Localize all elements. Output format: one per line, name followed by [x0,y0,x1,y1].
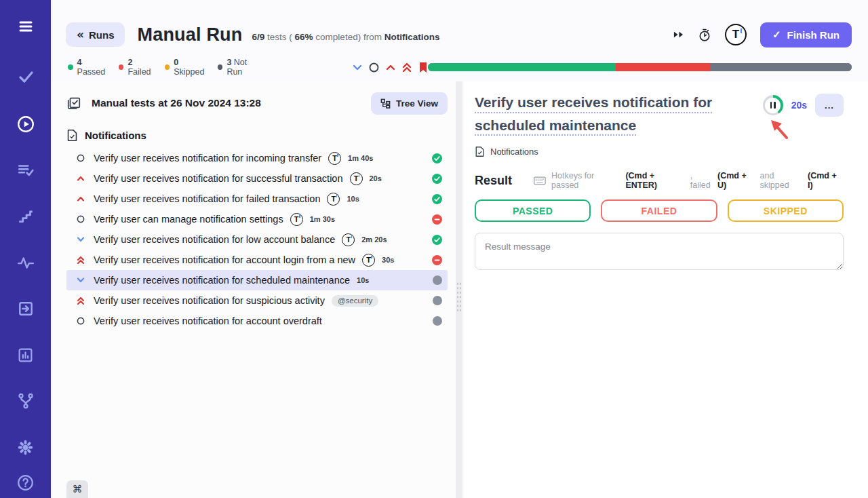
test-duration: 20s [370,174,382,183]
priority-normal-icon [76,317,85,325]
verdict-buttons: PASSED FAILED SKIPPED [475,199,844,222]
tree-view-button[interactable]: Tree View [371,92,448,115]
help-icon[interactable] [14,471,37,494]
priority-low-icon [76,277,85,283]
testomat-test-icon: T [350,172,363,185]
status-dot-icon [68,64,73,70]
panel-splitter[interactable] [456,81,462,498]
steps-icon[interactable] [14,205,37,228]
priority-highest-icon [76,256,85,265]
status-notrun-icon [426,316,442,326]
run-progress-bar [428,63,852,71]
check-icon: ✓ [772,28,781,41]
test-row[interactable]: Verify user receives notification for in… [66,148,448,168]
test-row[interactable]: Verify user receives notification for ac… [66,311,448,331]
bar-chart-icon[interactable] [14,343,37,366]
test-detail-title[interactable]: Verify user receives notification for sc… [475,91,732,136]
status-dot-icon [218,64,223,70]
test-duration: 1m 40s [348,154,373,162]
caret-up-icon[interactable] [386,64,395,71]
status-passed-icon [425,174,442,184]
passed-button[interactable]: PASSED [475,199,591,222]
menu-icon[interactable] [14,15,37,38]
test-title: Verify user receives notification for lo… [94,234,335,245]
chevrons-left-icon: « [77,28,84,41]
sign-in-icon[interactable] [14,297,37,320]
test-row[interactable]: Verify user receives notification for ac… [66,250,448,270]
run-counts: 4 Passed2 Failed0 Skipped3 Not Run [68,58,271,77]
status-passed-icon [425,194,442,204]
tree-icon [380,98,391,109]
testomat-test-icon: T [342,233,355,246]
test-detail-panel: Verify user receives notification for sc… [462,81,868,498]
result-message-input[interactable] [475,233,844,270]
fast-forward-icon[interactable] [673,30,684,39]
status-notrun-icon [426,296,442,305]
status-count: 4 Passed [68,58,111,77]
suite-title: Notifications [85,130,146,141]
detail-suite-breadcrumb[interactable]: Notifications [475,146,844,157]
check-icon[interactable] [14,65,37,88]
priority-normal-icon [76,215,85,223]
priority-highest-icon [76,296,85,305]
test-row[interactable]: Verify user receives notification for lo… [66,229,448,250]
keyboard-icon [534,176,546,185]
run-header: Manual tests at 26 Nov 2024 13:28 Tree V… [66,88,448,118]
page-subtitle: 6/9 tests ( 66% completed) from Notifica… [252,32,439,42]
command-hotkey-button[interactable]: ⌘ [66,480,88,498]
elapsed-time: 20s [791,100,807,111]
stopwatch-icon[interactable] [698,28,711,42]
back-to-runs-label: Runs [89,29,115,41]
back-to-runs-button[interactable]: « Runs [66,22,125,47]
test-title: Verify user receives notification for ac… [94,315,322,326]
test-title: Verify user can manage notification sett… [94,214,283,225]
finish-run-button[interactable]: ✓ Finish Run [760,22,852,47]
test-duration: 1m 30s [310,215,335,223]
page-title: Manual Run [137,24,242,45]
splitter-grip-icon [456,282,462,313]
test-row[interactable]: Verify user receives notification for fa… [66,189,448,209]
gear-icon[interactable] [14,436,37,459]
test-duration: 30s [382,256,394,264]
status-dot-icon [165,64,170,70]
progress-passed-segment [428,63,616,71]
testomat-test-icon: T [362,254,375,267]
test-title: Verify user receives notification for su… [94,173,343,184]
double-caret-up-icon[interactable] [402,62,412,73]
test-title: Verify user receives notification for su… [94,295,325,306]
testomat-account-logo[interactable]: T [725,24,747,45]
circle-icon[interactable] [369,62,379,73]
test-duration: 2m 20s [361,235,387,244]
test-row[interactable]: Verify user receives notification for su… [66,168,448,189]
result-label: Result [475,174,512,188]
document-check-icon [475,146,485,157]
priority-normal-icon [76,154,85,162]
git-branch-icon[interactable] [14,389,37,413]
suite-header[interactable]: Notifications [66,123,448,147]
priority-high-icon [76,176,85,181]
testomat-test-icon: T [290,213,303,226]
test-list: Verify user receives notification for in… [66,148,448,331]
activity-icon[interactable] [14,251,37,274]
checklist-icon [66,96,81,111]
status-failed-icon [425,255,442,265]
more-options-button[interactable]: ... [815,94,844,117]
pause-timer-button[interactable] [763,95,783,115]
document-check-icon [66,129,78,142]
progress-notrun-segment [711,63,852,71]
test-row[interactable]: Verify user receives notification for sc… [66,270,448,290]
skipped-button[interactable]: SKIPPED [728,199,844,222]
test-row[interactable]: Verify user can manage notification sett… [66,209,448,229]
test-list-panel: Manual tests at 26 Nov 2024 13:28 Tree V… [51,81,456,498]
testomat-test-icon: T [327,193,340,206]
failed-button[interactable]: FAILED [601,199,717,222]
bookmark-icon[interactable] [418,62,428,73]
status-passed-icon [425,153,442,164]
run-title: Manual tests at 26 Nov 2024 13:28 [92,97,261,109]
chevron-down-icon[interactable] [353,64,362,71]
test-row[interactable]: Verify user receives notification for su… [66,290,448,311]
status-row: 4 Passed2 Failed0 Skipped3 Not Run [51,53,868,81]
status-notrun-icon [426,275,442,285]
play-circle-icon[interactable] [14,113,37,136]
list-check-icon[interactable] [14,159,37,182]
